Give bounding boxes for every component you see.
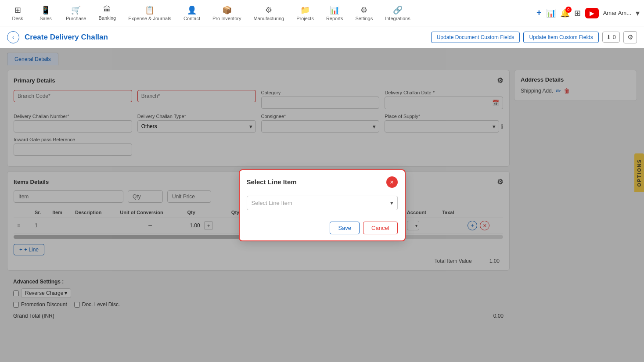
nav-sales[interactable]: 📱 Sales — [32, 3, 59, 24]
notification-badge: 0 — [565, 7, 572, 13]
sub-header: ‹ Create Delivery Challan Update Documen… — [0, 26, 644, 48]
modal-line-item-select[interactable]: Select Line Item — [247, 196, 398, 210]
nav-banking[interactable]: 🏛 Banking — [93, 3, 121, 23]
download-icon: ⬇ — [606, 34, 611, 40]
modal-select-wrapper: Select Line Item — [247, 196, 398, 210]
grid-icon[interactable]: ⊞ — [574, 8, 581, 18]
nav-projects[interactable]: 📁 Projects — [291, 3, 319, 24]
nav-desk-label: Desk — [12, 16, 23, 21]
nav-expense-label: Expense & Journals — [128, 16, 171, 21]
nav-settings-label: Settings — [355, 16, 373, 21]
nav-purchase-label: Purchase — [66, 16, 86, 21]
pro-inventory-icon: 📦 — [222, 5, 232, 15]
modal-title: Select Line Item — [247, 178, 297, 186]
main-content: General Details Primary Details ⚙ — [0, 48, 644, 362]
youtube-button[interactable]: ▶ — [585, 8, 599, 18]
nav-pro-inventory-label: Pro Inventory — [212, 16, 241, 21]
nav-desk[interactable]: ⊞ Desk — [4, 3, 31, 24]
nav-banking-label: Banking — [98, 15, 116, 21]
modal-header: Select Line Item × — [240, 170, 405, 192]
sales-icon: 📱 — [41, 5, 50, 15]
modal-body: Select Line Item — [240, 192, 405, 217]
nav-reports[interactable]: 📊 Reports — [321, 3, 349, 24]
back-button[interactable]: ‹ — [7, 31, 19, 43]
nav-contact[interactable]: 👤 Contact — [178, 3, 205, 24]
modal-close-button[interactable]: × — [386, 176, 398, 188]
nav-manufacturing[interactable]: ⚙ Manufacturing — [248, 3, 289, 24]
manufacturing-icon: ⚙ — [265, 5, 272, 15]
spreadsheet-icon[interactable]: 📊 — [546, 8, 556, 18]
user-name: Amar Am... — [603, 10, 631, 16]
download-count: 0 — [613, 34, 616, 40]
nav-expense[interactable]: 📋 Expense & Journals — [123, 3, 176, 24]
settings-icon: ⚙ — [360, 5, 367, 15]
settings-button[interactable]: ⚙ — [623, 31, 637, 43]
nav-sales-label: Sales — [40, 16, 52, 21]
integrations-icon: 🔗 — [393, 5, 403, 15]
purchase-icon: 🛒 — [71, 5, 81, 15]
nav-settings[interactable]: ⚙ Settings — [350, 3, 378, 24]
notification-bell[interactable]: 🔔 0 — [560, 8, 570, 18]
reports-icon: 📊 — [330, 5, 339, 15]
modal-save-button[interactable]: Save — [330, 222, 360, 234]
nav-pro-inventory[interactable]: 📦 Pro Inventory — [207, 3, 246, 24]
nav-integrations-label: Integrations — [385, 16, 410, 21]
modal-box: Select Line Item × Select Line Item Save… — [239, 169, 406, 241]
projects-icon: 📁 — [300, 5, 310, 15]
contact-icon: 👤 — [187, 5, 197, 15]
nav-projects-label: Projects — [296, 16, 314, 21]
desk-icon: ⊞ — [14, 5, 21, 15]
page-title: Create Delivery Challan — [25, 33, 426, 42]
add-button[interactable]: + — [536, 8, 542, 18]
modal-overlay: Select Line Item × Select Line Item Save… — [0, 48, 644, 362]
modal-footer: Save Cancel — [240, 217, 405, 240]
nav-manufacturing-label: Manufacturing — [253, 16, 284, 21]
nav-purchase[interactable]: 🛒 Purchase — [61, 3, 91, 24]
update-doc-fields-button[interactable]: Update Document Custom Fields — [431, 32, 520, 43]
nav-contact-label: Contact — [183, 16, 200, 21]
nav-reports-label: Reports — [326, 16, 343, 21]
update-item-fields-button[interactable]: Update Item Custom Fields — [523, 32, 598, 43]
nav-right: + 📊 🔔 0 ⊞ ▶ Amar Am... ▾ — [536, 8, 640, 18]
top-nav: ⊞ Desk 📱 Sales 🛒 Purchase 🏛 Banking 📋 Ex… — [0, 0, 644, 26]
sub-header-actions: Update Document Custom Fields Update Ite… — [431, 31, 637, 43]
banking-icon: 🏛 — [103, 5, 111, 14]
chevron-down-icon[interactable]: ▾ — [636, 8, 640, 18]
nav-integrations[interactable]: 🔗 Integrations — [380, 3, 415, 24]
expense-icon: 📋 — [145, 5, 155, 15]
nav-items: ⊞ Desk 📱 Sales 🛒 Purchase 🏛 Banking 📋 Ex… — [4, 3, 536, 24]
download-button[interactable]: ⬇ 0 — [602, 32, 620, 43]
modal-cancel-button[interactable]: Cancel — [363, 222, 397, 234]
